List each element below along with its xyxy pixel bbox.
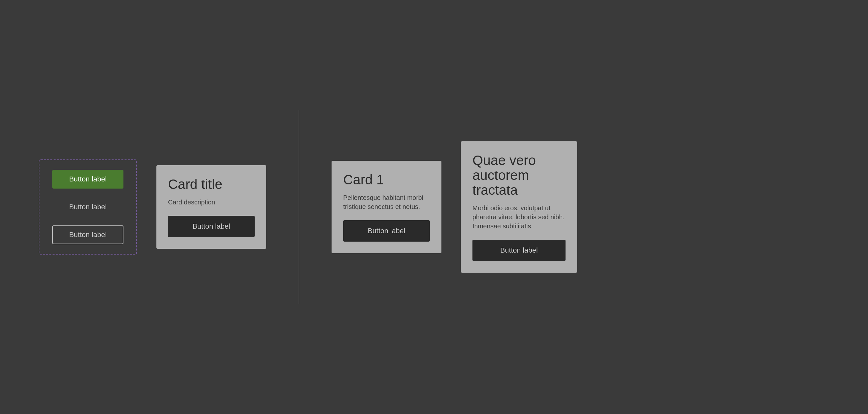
main-container: Button label Button label Button label C…: [0, 110, 868, 304]
card2-description: Pellentesque habitant morbi tristique se…: [343, 193, 430, 211]
card2-title: Card 1: [343, 172, 430, 187]
card3-description: Morbi odio eros, volutpat ut pharetra vi…: [472, 203, 565, 231]
card3-button[interactable]: Button label: [472, 240, 565, 261]
card1-title: Card title: [168, 177, 255, 192]
vertical-divider: [299, 110, 299, 304]
primary-button[interactable]: Button label: [52, 170, 123, 188]
card3-title: Quae vero auctorem tractata: [472, 153, 565, 198]
ghost-button[interactable]: Button label: [52, 198, 123, 216]
card1-button[interactable]: Button label: [168, 216, 255, 237]
card-title-description: Card title Card description Button label: [156, 165, 266, 249]
outline-button[interactable]: Button label: [52, 226, 123, 244]
card-large: Quae vero auctorem tractata Morbi odio e…: [461, 141, 577, 273]
button-group-container: Button label Button label Button label: [39, 159, 137, 255]
card-1: Card 1 Pellentesque habitant morbi trist…: [332, 161, 441, 253]
card2-button[interactable]: Button label: [343, 220, 430, 242]
card1-description: Card description: [168, 198, 255, 207]
